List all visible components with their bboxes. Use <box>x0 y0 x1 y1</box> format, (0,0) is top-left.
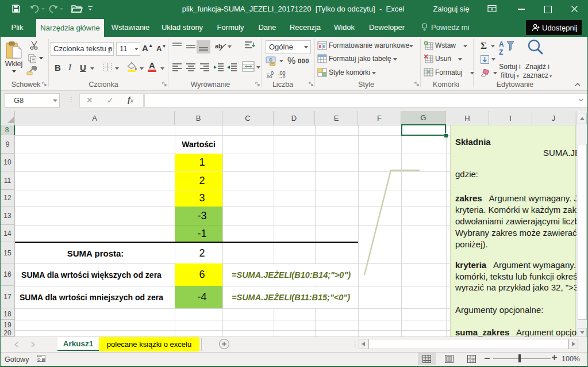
svg-text:→0: →0 <box>278 74 286 78</box>
svg-text:Z: Z <box>499 48 503 56</box>
svg-text:,00: ,00 <box>266 74 272 78</box>
svg-text:A: A <box>499 40 504 48</box>
